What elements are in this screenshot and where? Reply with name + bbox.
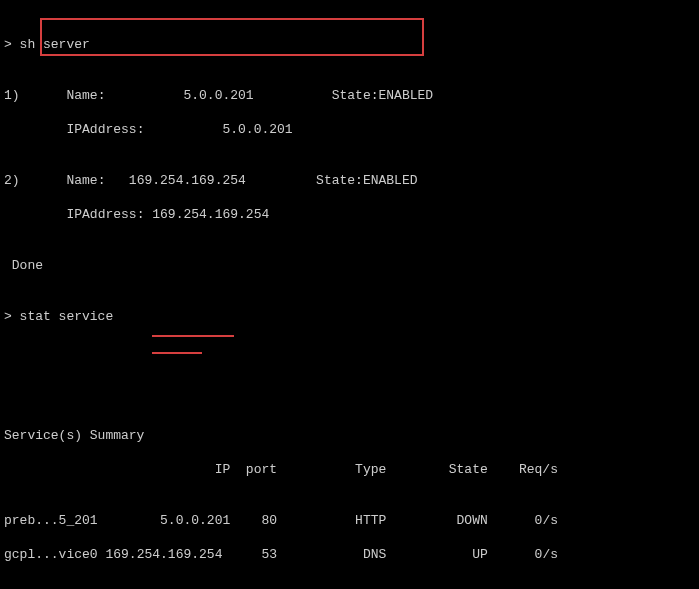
ip-label: IPAddress: [66, 207, 144, 222]
name-label: Name: [66, 88, 105, 103]
ip-value: 169.254.169.254 [152, 207, 269, 222]
state-value: ENABLED [363, 173, 418, 188]
col-reqs: Req/s [519, 462, 558, 477]
server-row-1: 1) Name: 5.0.0.201 State:ENABLED [4, 87, 695, 104]
service-row: preb...5_201 5.0.0.201 80 HTTP DOWN 0/s [4, 512, 695, 529]
server-row-2-ip: IPAddress: 169.254.169.254 [4, 206, 695, 223]
svc-type: DNS [363, 547, 386, 562]
svc-type: HTTP [355, 513, 386, 528]
cmd-stat-service: > stat service [4, 308, 695, 325]
svc-reqs: 0/s [535, 547, 558, 562]
ip-label: IPAddress: [66, 122, 144, 137]
svc-name: gcpl...vice0 [4, 547, 98, 562]
svc-name: preb...5_201 [4, 513, 98, 528]
service-columns: IP port Type State Req/s [4, 461, 695, 478]
svc-ip: 169.254.169.254 [105, 547, 222, 562]
state-value: ENABLED [379, 88, 434, 103]
svc-ip: 5.0.0.201 [160, 513, 230, 528]
cmd-sh-server: > sh server [4, 36, 695, 53]
svc-reqs: 0/s [535, 513, 558, 528]
server-row-1-ip: IPAddress: 5.0.0.201 [4, 121, 695, 138]
svc-port: 53 [261, 547, 277, 562]
col-ip: IP [215, 462, 231, 477]
idx: 1) [4, 88, 20, 103]
name-value: 169.254.169.254 [129, 173, 246, 188]
service-row: gcpl...vice0 169.254.169.254 53 DNS UP 0… [4, 546, 695, 563]
server-row-2: 2) Name: 169.254.169.254 State:ENABLED [4, 172, 695, 189]
service-summary-header: Service(s) Summary [4, 427, 695, 444]
idx: 2) [4, 173, 20, 188]
name-label: Name: [66, 173, 105, 188]
terminal-output[interactable]: > sh server 1) Name: 5.0.0.201 State:ENA… [0, 0, 699, 589]
blank [4, 342, 695, 359]
blank [4, 376, 695, 393]
svc-state: UP [472, 547, 488, 562]
col-type: Type [355, 462, 386, 477]
svc-state: DOWN [457, 513, 488, 528]
ip-value: 5.0.0.201 [222, 122, 292, 137]
state-label: State: [332, 88, 379, 103]
col-state: State [449, 462, 488, 477]
underline-server-name-icon [152, 335, 234, 337]
state-label: State: [316, 173, 363, 188]
name-value: 5.0.0.201 [183, 88, 253, 103]
col-port: port [246, 462, 277, 477]
svc-port: 80 [261, 513, 277, 528]
done-1: Done [4, 257, 695, 274]
